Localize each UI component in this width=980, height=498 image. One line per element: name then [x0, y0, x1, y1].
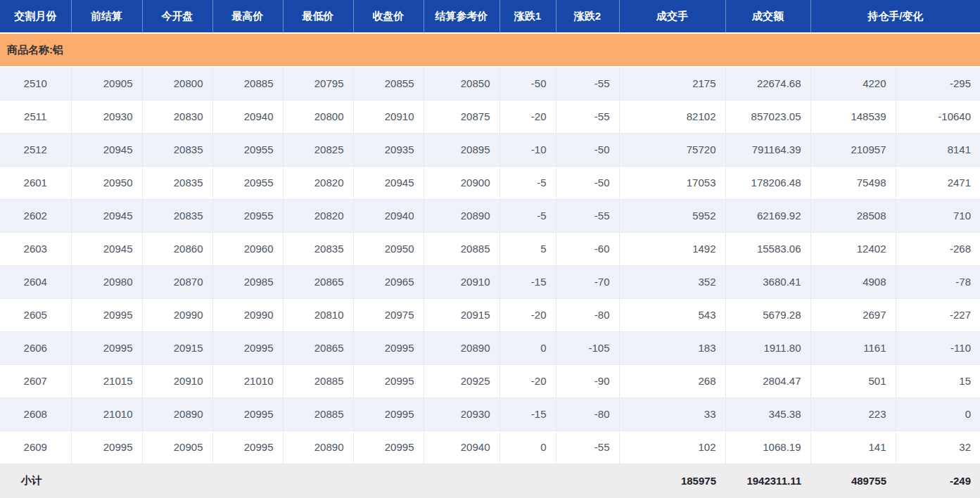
cell-value: 2697: [810, 298, 896, 331]
header-row: 交割月份 前结算 今开盘 最高价 最低价 收盘价 结算参考价 涨跌1 涨跌2 成…: [0, 0, 980, 33]
cell-month: 2511: [0, 100, 71, 133]
cell-value: 17053: [619, 166, 725, 199]
cell-value: 20885: [283, 364, 353, 397]
cell-month: 2605: [0, 298, 71, 331]
cell-value: 20925: [424, 364, 499, 397]
cell-value: 20850: [424, 67, 499, 100]
cell-value: 857023.05: [725, 100, 810, 133]
cell-value: 20940: [353, 199, 424, 232]
column-header-open: 今开盘: [142, 0, 212, 33]
column-header-close: 收盘价: [353, 0, 424, 33]
cell-value: 20890: [424, 199, 499, 232]
cell-value: -20: [499, 364, 556, 397]
table-row: 26092099520905209952089020995209400-5510…: [0, 430, 980, 464]
cell-value: 20995: [71, 430, 142, 464]
column-header-high: 最高价: [212, 0, 283, 33]
cell-value: 183: [619, 331, 725, 364]
cell-value: -268: [896, 232, 980, 265]
cell-value: 0: [499, 430, 556, 464]
cell-value: 20975: [353, 298, 424, 331]
table-row: 2608210102089020995208852099520930-15-80…: [0, 397, 980, 430]
cell-value: 20900: [424, 166, 499, 199]
cell-month: 2607: [0, 364, 71, 397]
cell-value: -90: [556, 364, 619, 397]
cell-value: 20905: [71, 67, 142, 100]
cell-value: 345.38: [725, 397, 810, 430]
cell-value: 178206.48: [725, 166, 810, 199]
table-body: 2510209052080020885207952085520850-50-55…: [0, 67, 980, 464]
cell-value: 28508: [810, 199, 896, 232]
cell-value: 20935: [353, 133, 424, 166]
commodity-group-row: 商品名称:铝: [0, 33, 980, 67]
cell-value: 20980: [71, 265, 142, 298]
cell-value: 20995: [71, 298, 142, 331]
cell-value: 20865: [283, 331, 353, 364]
cell-value: -110: [896, 331, 980, 364]
column-header-month: 交割月份: [0, 0, 71, 33]
cell-month: 2603: [0, 232, 71, 265]
cell-value: 0: [896, 397, 980, 430]
cell-value: 20915: [424, 298, 499, 331]
cell-value: 20800: [283, 100, 353, 133]
table-row: 26062099520915209952086520995208900-1051…: [0, 331, 980, 364]
cell-value: 1492: [619, 232, 725, 265]
cell-value: 20995: [353, 397, 424, 430]
cell-value: 141: [810, 430, 896, 464]
table-row: 2601209502083520955208202094520900-5-501…: [0, 166, 980, 199]
cell-value: 20990: [212, 298, 283, 331]
cell-value: 20995: [353, 364, 424, 397]
cell-value: -55: [556, 100, 619, 133]
cell-value: 20965: [353, 265, 424, 298]
cell-value: 20875: [424, 100, 499, 133]
cell-value: 82102: [619, 100, 725, 133]
cell-value: -78: [896, 265, 980, 298]
cell-value: 20795: [283, 67, 353, 100]
cell-value: -5: [499, 199, 556, 232]
cell-value: 20830: [142, 100, 212, 133]
cell-value: -15: [499, 265, 556, 298]
cell-value: 1068.19: [725, 430, 810, 464]
cell-value: 75498: [810, 166, 896, 199]
cell-value: 5: [499, 232, 556, 265]
cell-value: 20995: [71, 331, 142, 364]
cell-value: 12402: [810, 232, 896, 265]
column-header-settle-ref: 结算参考价: [424, 0, 499, 33]
column-header-low: 最低价: [283, 0, 353, 33]
cell-value: 20855: [353, 67, 424, 100]
cell-value: 20945: [71, 232, 142, 265]
cell-value: 20890: [283, 430, 353, 464]
cell-value: 20930: [71, 100, 142, 133]
table-row: 2604209802087020985208652096520910-15-70…: [0, 265, 980, 298]
cell-value: 20860: [142, 232, 212, 265]
cell-value: 20820: [283, 166, 353, 199]
cell-value: 20955: [212, 199, 283, 232]
cell-month: 2602: [0, 199, 71, 232]
cell-value: -10: [499, 133, 556, 166]
cell-value: 4908: [810, 265, 896, 298]
subtotal-turnover: 1942311.11: [725, 464, 810, 498]
cell-value: 20995: [353, 430, 424, 464]
cell-value: 20945: [71, 199, 142, 232]
cell-value: 20895: [424, 133, 499, 166]
cell-month: 2512: [0, 133, 71, 166]
cell-value: 20995: [212, 430, 283, 464]
cell-value: 21015: [71, 364, 142, 397]
cell-value: 22674.68: [725, 67, 810, 100]
subtotal-oi-change: -249: [896, 464, 980, 498]
column-header-change2: 涨跌2: [556, 0, 619, 33]
cell-value: 20940: [424, 430, 499, 464]
cell-value: 2804.47: [725, 364, 810, 397]
cell-value: -80: [556, 298, 619, 331]
cell-value: -55: [556, 430, 619, 464]
cell-value: 20945: [71, 133, 142, 166]
subtotal-open-interest: 489755: [810, 464, 896, 498]
cell-value: -80: [556, 397, 619, 430]
futures-quotes-table: 交割月份 前结算 今开盘 最高价 最低价 收盘价 结算参考价 涨跌1 涨跌2 成…: [0, 0, 980, 498]
cell-value: 2471: [896, 166, 980, 199]
cell-value: 20835: [142, 199, 212, 232]
cell-value: 20910: [353, 100, 424, 133]
cell-value: 20870: [142, 265, 212, 298]
cell-value: -10640: [896, 100, 980, 133]
cell-value: 1911.80: [725, 331, 810, 364]
cell-value: -227: [896, 298, 980, 331]
